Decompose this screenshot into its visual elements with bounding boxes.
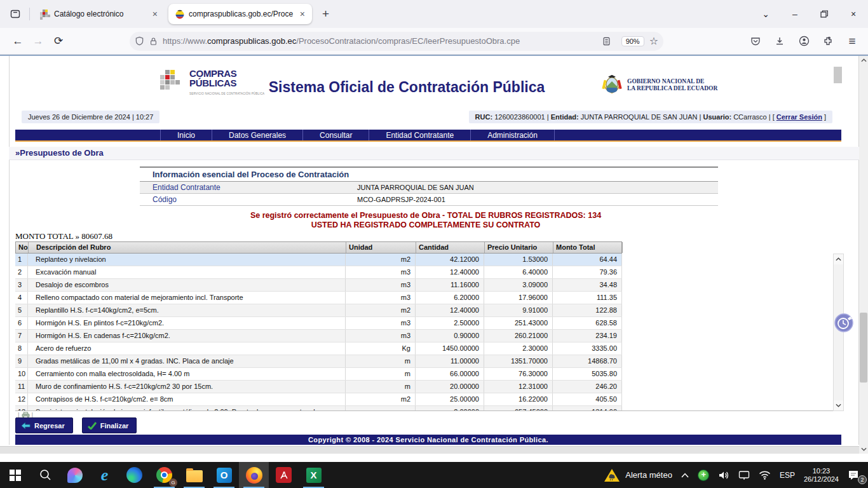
table-cell: 1.53000 <box>484 254 553 266</box>
firefox-view-icon[interactable] <box>5 5 25 23</box>
logo-text-1: COMPRAS <box>189 69 264 78</box>
table-cell: 11.00000 <box>416 355 484 367</box>
menu-item-inicio[interactable]: Inicio <box>160 130 212 140</box>
outlook-button[interactable]: O <box>209 462 239 488</box>
timer-extension-overlay-icon[interactable] <box>834 312 855 334</box>
table-cell: 234.19 <box>553 330 622 342</box>
info-row: Entidad ContratanteJUNTA PARROQUIAL DE S… <box>140 182 718 194</box>
start-button[interactable] <box>0 462 30 488</box>
table-cell: 13 <box>15 406 28 411</box>
tab-catalogo-electronico[interactable]: Catálogo electrónico × <box>34 4 165 24</box>
table-cell: m <box>346 406 416 411</box>
rubros-table-scroll-area[interactable]: 1Replanteo y nivelacionm242.120001.53000… <box>15 254 844 411</box>
file-explorer-button[interactable] <box>179 462 209 488</box>
menu-hamburger-icon[interactable]: ≡ <box>843 32 862 51</box>
ecuador-coat-of-arms-icon <box>600 72 623 98</box>
browser-scrollbar-thumb[interactable] <box>860 313 867 383</box>
url-text[interactable]: https://www.compraspublicas.gob.ec/Proce… <box>163 36 597 46</box>
regresar-button[interactable]: Regresar <box>15 417 73 433</box>
column-header: Unidad <box>346 242 416 253</box>
notification-center-button[interactable]: 2 <box>843 462 868 488</box>
firefox-button[interactable] <box>239 462 269 488</box>
excel-icon: X <box>306 468 322 483</box>
table-cell: 25.00000 <box>416 393 484 405</box>
lock-icon[interactable] <box>149 37 158 46</box>
menu-item-entidad-contratante[interactable]: Entidad Contratante <box>369 130 471 140</box>
monto-total-label: MONTO TOTAL » 80607.68 <box>15 231 112 241</box>
table-cell: 3335.00 <box>553 342 622 355</box>
finalizar-button[interactable]: Finalizar <box>82 417 137 433</box>
url-bar[interactable]: https://www.compraspublicas.gob.ec/Proce… <box>130 32 663 51</box>
downloads-icon[interactable] <box>770 32 789 51</box>
weather-alert[interactable]: Alerta méteo <box>599 462 677 488</box>
table-cell: 3.09000 <box>484 279 553 291</box>
wifi-tray[interactable] <box>754 462 775 488</box>
tab-compraspublicas[interactable]: compraspublicas.gob.ec/Proce × <box>168 4 312 24</box>
pocket-icon[interactable] <box>746 32 765 51</box>
shield-icon[interactable] <box>135 36 144 46</box>
tab-close-icon[interactable]: × <box>298 9 307 19</box>
table-cell: 16.22000 <box>484 393 553 405</box>
table-cell: 405.50 <box>553 393 622 405</box>
tray-chevron-up[interactable] <box>677 462 693 488</box>
table-cell: 246.20 <box>553 381 622 393</box>
menu-item-consultar[interactable]: Consultar <box>303 130 369 140</box>
table-cell: 76.30000 <box>484 368 553 380</box>
info-row-value: MCO-GADPRSJP-2024-001 <box>357 196 445 203</box>
cast-tray[interactable] <box>734 462 754 488</box>
tab-label: Catálogo electrónico <box>54 10 147 18</box>
table-cell: Acero de refuerzo <box>28 342 346 355</box>
restore-button[interactable] <box>810 0 839 28</box>
table-cell: Muro de confinamiento H.S. f-c=210kg/cm2… <box>28 381 346 393</box>
regresar-label: Regresar <box>34 422 65 430</box>
horizontal-scroll-band[interactable] <box>0 446 868 454</box>
chrome-button[interactable]: G <box>149 462 179 488</box>
gobierno-nacional-logo: GOBIERNO NACIONAL DE LA REPUBLICA DEL EC… <box>600 72 717 98</box>
minimize-button[interactable]: – <box>780 0 810 28</box>
excel-button[interactable]: X <box>299 462 329 488</box>
volume-tray[interactable] <box>714 462 734 488</box>
zoom-level-indicator[interactable]: 90% <box>621 36 644 46</box>
tab-list-chevron-icon[interactable]: ⌄ <box>751 0 780 28</box>
back-icon[interactable]: ← <box>8 32 28 51</box>
menu-item-datos-generales[interactable]: Datos Generales <box>212 130 303 140</box>
table-cell: 0.90000 <box>416 330 484 342</box>
forward-icon[interactable]: → <box>28 32 48 51</box>
table-row: 9Gradas metálicas de 11,00 ml x 4 gradas… <box>15 355 622 368</box>
table-scroll-down-icon[interactable] <box>834 400 843 410</box>
bookmark-star-icon[interactable]: ☆ <box>649 35 658 47</box>
logout-link[interactable]: Cerrar Sesión <box>776 113 822 121</box>
internet-explorer-button[interactable]: e <box>90 462 119 488</box>
info-panel-title: Información esencial del Proceso de Cont… <box>140 166 718 182</box>
clock[interactable]: 10:23 26/12/2024 <box>799 462 843 488</box>
extensions-puzzle-icon[interactable] <box>818 32 837 51</box>
table-cell: 66.00000 <box>416 368 484 380</box>
close-button[interactable]: × <box>839 0 868 28</box>
acrobat-button[interactable] <box>269 462 299 488</box>
reader-mode-icon[interactable] <box>597 32 616 51</box>
table-scrollbar-thumb[interactable] <box>834 67 842 83</box>
account-icon[interactable] <box>794 32 813 51</box>
table-row: 1Replanteo y nivelacionm242.120001.53000… <box>15 254 622 266</box>
language-indicator[interactable]: ESP <box>775 462 799 488</box>
reload-icon[interactable]: ⟳ <box>48 32 69 51</box>
search-icon <box>39 469 51 482</box>
table-scroll-up-icon[interactable] <box>834 254 843 264</box>
weather-alert-text: Alerta méteo <box>625 470 672 480</box>
tab-close-icon[interactable]: × <box>151 9 159 19</box>
antivirus-tray[interactable] <box>693 462 714 488</box>
ecuador-flag-favicon <box>175 9 185 19</box>
scroll-down-icon[interactable] <box>859 445 868 454</box>
table-row: 2Excavación manualm312.400006.4000079.36 <box>15 266 622 279</box>
table-cell: 12.31000 <box>484 381 553 393</box>
new-tab-button[interactable]: + <box>316 6 336 22</box>
search-button[interactable] <box>30 462 60 488</box>
browser-scrollbar[interactable] <box>859 56 868 454</box>
menu-item-administración[interactable]: Administración <box>471 130 555 140</box>
copilot-button[interactable] <box>60 462 90 488</box>
edge-button[interactable] <box>119 462 149 488</box>
table-cell: 34.48 <box>553 279 622 291</box>
scroll-up-icon[interactable] <box>859 56 868 65</box>
table-row: 12Contrapisos de H.S. f-c=210kg/cm2. e= … <box>15 393 622 406</box>
finalizar-label: Finalizar <box>100 422 129 430</box>
